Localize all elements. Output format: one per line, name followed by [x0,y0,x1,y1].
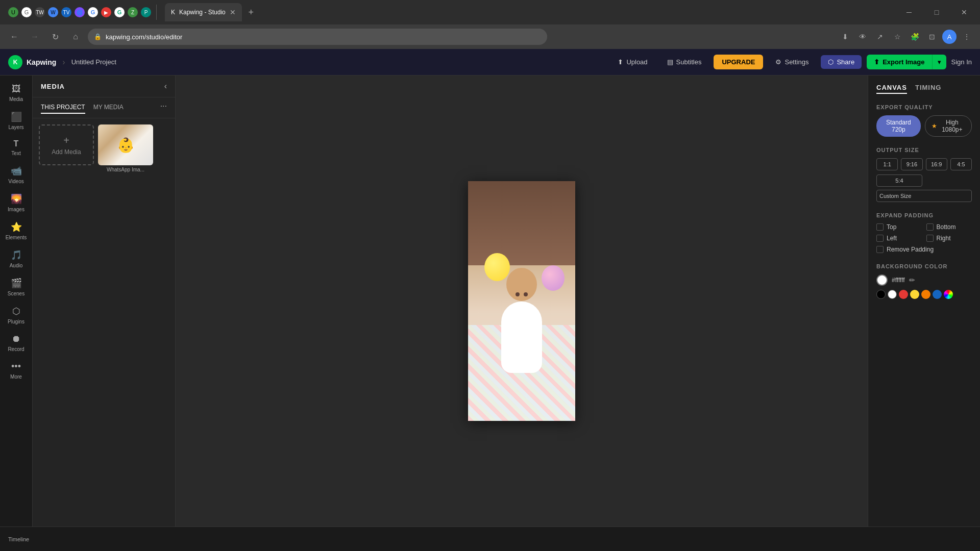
media-panel-header: MEDIA ‹ [33,76,175,97]
sidebar-item-label: Media [9,96,23,102]
padding-right-button[interactable]: Right [926,235,972,242]
swatch-blue[interactable] [933,290,942,299]
quality-high-button[interactable]: ★ High 1080p+ [925,115,972,137]
reload-button[interactable]: ↻ [47,29,63,45]
upload-button[interactable]: ⬆ Upload [610,55,654,69]
project-name[interactable]: Untitled Project [71,58,116,66]
download-icon[interactable]: ⬇ [838,30,852,44]
menu-icon[interactable]: ⋮ [960,30,974,44]
media-file-item[interactable]: 👶 WhatsApp Ima... [98,124,153,172]
padding-bottom-button[interactable]: Bottom [926,223,972,231]
sidebar-item-plugins[interactable]: ⬡ Plugins [2,302,31,329]
padding-left-checkbox[interactable] [876,235,884,242]
tab-my-media[interactable]: MY MEDIA [93,102,124,114]
size-1-1[interactable]: 1:1 [876,158,898,170]
sidebar-item-label: Videos [8,179,23,184]
canvas-image[interactable] [468,181,575,421]
minimize-button[interactable]: ─ [897,4,921,20]
sidebar-item-elements[interactable]: ⭐ Elements [2,217,31,244]
remove-padding-checkbox[interactable] [876,246,884,253]
signin-button[interactable]: Sign In [951,58,972,66]
split-icon[interactable]: ⊡ [925,30,939,44]
sidebar-item-media[interactable]: 🖼 Media [2,80,31,106]
home-button[interactable]: ⌂ [67,29,84,45]
bg-color-swatch[interactable] [876,274,888,286]
export-button[interactable]: ⬆ Export Image [867,55,932,69]
padding-top-checkbox[interactable] [876,223,884,231]
sidebar-item-text[interactable]: T Text [2,135,31,160]
swatch-red[interactable] [899,290,908,299]
padding-left-button[interactable]: Left [876,235,922,242]
new-tab-button[interactable]: + [244,5,258,19]
sidebar-item-layers[interactable]: ⬛ Layers [2,107,31,134]
swatch-orange[interactable] [921,290,930,299]
images-icon: 🌄 [11,193,22,205]
swatch-rainbow[interactable] [944,290,953,299]
canvas-area[interactable] [176,76,868,527]
swatch-black[interactable] [876,290,886,299]
left-sidebar: 🖼 Media ⬛ Layers T Text 📹 Videos 🌄 Image… [0,76,33,527]
padding-right-checkbox[interactable] [926,235,934,242]
forward-button[interactable]: → [27,29,43,45]
swatch-yellow[interactable] [910,290,919,299]
favicon-ppt[interactable]: P [141,7,151,17]
swatch-white[interactable] [888,290,897,299]
settings-button[interactable]: ⚙ Settings [768,55,816,69]
sidebar-item-audio[interactable]: 🎵 Audio [2,245,31,272]
share-icon: ⬡ [828,58,834,66]
sidebar-item-record[interactable]: ⏺ Record [2,330,31,356]
sidebar-item-more[interactable]: ••• More [2,357,31,384]
subtitles-button[interactable]: ▤ Subtitles [660,55,709,69]
browser-favicons: U G TW W TV 🌀 G ▶ G Z P [4,5,163,20]
media-panel-close[interactable]: ‹ [164,82,167,91]
tab-close-btn[interactable]: ✕ [230,8,236,16]
sidebar-item-videos[interactable]: 📹 Videos [2,161,31,188]
media-more-btn[interactable]: ··· [160,102,167,114]
favicon-google2[interactable]: G [88,7,98,17]
padding-bottom-checkbox[interactable] [926,223,934,231]
size-5-4[interactable]: 5:4 [876,174,922,187]
custom-size-button[interactable]: Custom Size [876,190,972,202]
active-tab[interactable]: K Kapwing - Studio ✕ [165,3,242,21]
favicon-upwork[interactable]: U [8,7,18,17]
upgrade-button[interactable]: UPGRADE [714,55,763,69]
add-media-button[interactable]: + Add Media [39,124,94,165]
remove-padding-button[interactable]: Remove Padding [876,246,972,253]
close-button[interactable]: ✕ [952,4,976,20]
share-nav-icon[interactable]: ↗ [873,30,887,44]
favicon-youtube[interactable]: ▶ [101,7,111,17]
pencil-icon[interactable]: ✏ [909,276,915,284]
favicon-tw[interactable]: TW [35,7,45,17]
back-button[interactable]: ← [6,29,22,45]
sidebar-item-images[interactable]: 🌄 Images [2,189,31,216]
media-grid: + Add Media 👶 WhatsApp Ima... [33,118,175,179]
favicon-tv[interactable]: TV [61,7,71,17]
sidebar-item-scenes[interactable]: 🎬 Scenes [2,273,31,300]
favicon-wp[interactable]: W [48,7,58,17]
bg-color-label: BACKGROUND COLOR [876,263,972,269]
eye-icon[interactable]: 👁 [855,30,870,44]
maximize-button[interactable]: □ [925,4,948,20]
share-button[interactable]: ⬡ Share [821,55,862,69]
favicon-zoom[interactable]: Z [128,7,138,17]
tab-this-project[interactable]: THIS PROJECT [41,102,85,114]
tab-canvas[interactable]: CANVAS [876,84,907,94]
tab-timing[interactable]: TIMING [915,84,942,94]
media-file-name: WhatsApp Ima... [98,167,153,172]
profile-avatar[interactable]: A [942,30,957,44]
size-16-9[interactable]: 16:9 [926,158,947,170]
favicon-pinwheel[interactable]: 🌀 [75,7,85,17]
address-bar[interactable]: 🔒 kapwing.com/studio/editor [88,29,547,45]
media-thumbnail[interactable]: 👶 [98,124,153,165]
puzzle-icon[interactable]: 🧩 [908,30,922,44]
bookmark-icon[interactable]: ☆ [890,30,904,44]
padding-top-button[interactable]: Top [876,223,922,231]
favicon-google[interactable]: G [21,7,32,17]
kapwing-logo[interactable]: K Kapwing [8,55,56,69]
bg-hex-value[interactable]: #ffffff [892,277,905,284]
size-4-5[interactable]: 4:5 [950,158,972,170]
quality-standard-button[interactable]: Standard 720p [876,115,921,137]
favicon-google3[interactable]: G [114,7,125,17]
export-dropdown-button[interactable]: ▾ [932,55,946,69]
size-9-16[interactable]: 9:16 [901,158,922,170]
